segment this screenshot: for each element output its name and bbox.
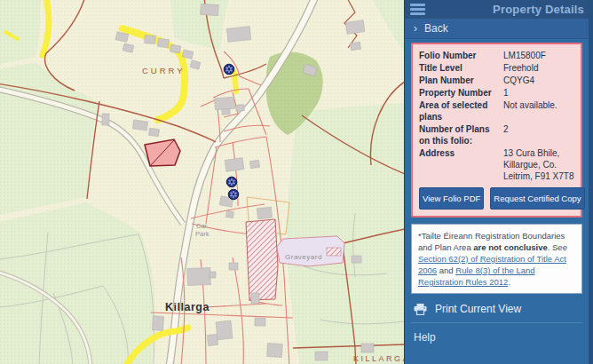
disclaimer-bold: are not conclusive — [473, 242, 547, 252]
label-killarga-townland: KILLARGA — [353, 354, 404, 363]
help-button[interactable]: Help — [411, 323, 582, 352]
back-label: Back — [424, 22, 448, 35]
folio-actions: View Folio PDF Request Certified Copy — [419, 187, 574, 210]
label-killarga-village: Killarga — [165, 301, 210, 313]
label-curry: CURRY — [142, 66, 186, 75]
menu-icon[interactable] — [410, 4, 425, 15]
detail-value: Not available. — [503, 99, 574, 123]
map-graveyard-hatch — [327, 248, 341, 256]
label-car: Car — [196, 222, 208, 230]
property-plan-marker[interactable] — [224, 64, 234, 75]
detail-label: Folio Number — [419, 50, 503, 61]
detail-value: 1 — [503, 87, 574, 99]
map-church-plot — [246, 219, 278, 300]
detail-row: Address 13 Cura Bhile, Killargue, Co. Le… — [419, 147, 574, 182]
property-details-panel: Property Details › Back Folio Number LM1… — [404, 0, 593, 364]
chevron-right-icon: › — [414, 22, 417, 35]
detail-label: Property Number — [419, 87, 503, 99]
detail-value: LM15800F — [503, 50, 574, 61]
detail-value: CQYG4 — [503, 75, 574, 86]
back-button[interactable]: › Back — [405, 19, 593, 39]
panel-title: Property Details — [493, 3, 584, 16]
label-graveyard: Graveyard — [285, 253, 322, 261]
disclaimer-suffix: . — [508, 277, 510, 287]
print-current-view-button[interactable]: Print Current View — [411, 294, 582, 322]
detail-label: Area of selected plans — [419, 99, 503, 123]
disclaimer-note: *Tailte Éireann Registration Boundaries … — [411, 224, 582, 294]
label-park: Park — [195, 230, 210, 238]
panel-header: Property Details — [405, 0, 593, 19]
detail-row: Plan Number CQYG4 — [419, 75, 574, 86]
detail-label: Title Level — [419, 62, 503, 74]
detail-value: 2 — [503, 123, 574, 146]
property-details-app: CURRY Car Park Graveyard Killarga KILLAR… — [0, 0, 593, 364]
detail-row: Folio Number LM15800F — [419, 50, 574, 61]
panel-body: Folio Number LM15800F Title Level Freeho… — [405, 39, 593, 364]
property-plan-marker[interactable] — [226, 177, 237, 187]
property-plan-marker[interactable] — [228, 189, 239, 200]
detail-row: Number of Plans on this folio: 2 — [419, 123, 574, 146]
disclaimer-and: and — [437, 265, 455, 275]
request-certified-copy-button[interactable]: Request Certified Copy — [490, 187, 584, 210]
detail-label: Address — [419, 147, 503, 182]
detail-value: Freehold — [503, 62, 574, 74]
folio-details-card: Folio Number LM15800F Title Level Freeho… — [411, 43, 582, 218]
detail-row: Property Number 1 — [419, 87, 574, 99]
panel-scrollbar[interactable] — [589, 0, 593, 364]
selected-parcel[interactable] — [145, 139, 180, 166]
print-label: Print Current View — [435, 303, 521, 315]
detail-label: Plan Number — [419, 75, 503, 86]
map-canvas: CURRY Car Park Graveyard Killarga KILLAR… — [0, 0, 404, 364]
map-viewport[interactable]: CURRY Car Park Graveyard Killarga KILLAR… — [0, 0, 404, 364]
printer-icon — [414, 304, 427, 315]
view-folio-pdf-button[interactable]: View Folio PDF — [419, 187, 484, 210]
detail-row: Title Level Freehold — [419, 62, 574, 74]
disclaimer-mid: . See — [548, 242, 567, 252]
detail-value: 13 Cura Bhile, Killargue, Co. Leitrim, F… — [503, 147, 574, 182]
detail-label: Number of Plans on this folio: — [419, 123, 503, 146]
detail-row: Area of selected plans Not available. — [419, 99, 574, 123]
